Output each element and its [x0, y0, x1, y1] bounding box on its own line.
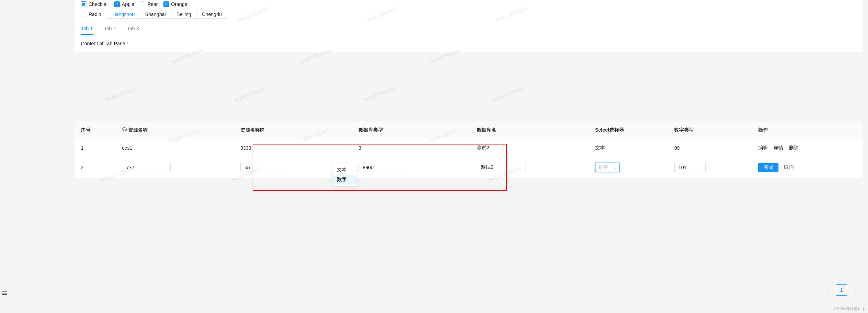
col-dbtype: 数据库类型	[353, 122, 471, 139]
page-next[interactable]: ›	[850, 284, 861, 296]
select-dropdown-menu: 文本 数字	[333, 164, 356, 186]
done-button[interactable]: 完成	[758, 163, 778, 172]
tab-1[interactable]: Tab 1	[81, 23, 93, 35]
data-table: 序号 资源名称 资源名称IP 数据库类型 数据库名 Select选择器 数字类型…	[75, 122, 862, 178]
option-text[interactable]: 文本	[333, 165, 356, 175]
checkbox-apple[interactable]: ✓Apple	[114, 1, 135, 7]
select-dropdown[interactable]: 数字 ⌄	[595, 163, 620, 172]
chevron-down-icon: ⌄	[614, 166, 616, 170]
menu-collapse-icon[interactable]	[2, 291, 7, 296]
col-numtype: 数字类型	[669, 122, 753, 139]
dbname-input[interactable]	[477, 163, 525, 172]
checkbox-pear[interactable]: Pear	[140, 1, 158, 7]
col-action: 操作	[753, 122, 862, 139]
col-select: Select选择器	[590, 122, 669, 139]
table-row-editing: 2 数字 ⌄ 完成 取消	[75, 157, 862, 178]
tab-2[interactable]: Tab 2	[104, 23, 116, 35]
name-input[interactable]	[122, 163, 171, 172]
col-ip: 资源名称IP	[235, 122, 353, 139]
option-number[interactable]: 数字	[333, 175, 356, 185]
checkbox-orange[interactable]: ✓Orange	[163, 1, 187, 7]
col-name: 资源名称	[116, 122, 235, 139]
radio-beijing[interactable]: Beijing	[171, 10, 197, 18]
footer-credit: CSDN @柠檬加冰	[834, 306, 865, 312]
checkbox-all[interactable]: Check all	[81, 1, 109, 7]
radio-hangzhou[interactable]: Hangzhou	[107, 10, 140, 19]
ip-input[interactable]	[240, 163, 289, 172]
tab-content: Content of Tab Pane 1	[75, 35, 862, 52]
radio-chengdu[interactable]: Chengdu	[197, 10, 227, 18]
edit-button[interactable]: 编辑	[758, 145, 768, 150]
num-input[interactable]	[674, 163, 706, 172]
detail-button[interactable]: 详情	[774, 145, 783, 150]
delete-button[interactable]: 删除	[789, 145, 799, 150]
page-prev[interactable]: ‹	[822, 284, 833, 296]
radio-label[interactable]: Radio	[81, 11, 101, 17]
dbtype-input[interactable]	[359, 163, 407, 172]
col-dbname: 数据库名	[471, 122, 589, 139]
radio-shanghai[interactable]: Shanghai	[140, 10, 171, 18]
col-index: 序号	[75, 122, 116, 139]
pagination: ‹ 1 ›	[822, 284, 861, 296]
table-row: 1 ces1 3333 3 测试2 文本 99 编辑 详情 删除	[75, 139, 862, 157]
tab-3[interactable]: Tab 3	[127, 23, 139, 35]
page-1[interactable]: 1	[836, 284, 847, 296]
cancel-button[interactable]: 取消	[784, 164, 794, 170]
smile-icon	[122, 127, 127, 132]
